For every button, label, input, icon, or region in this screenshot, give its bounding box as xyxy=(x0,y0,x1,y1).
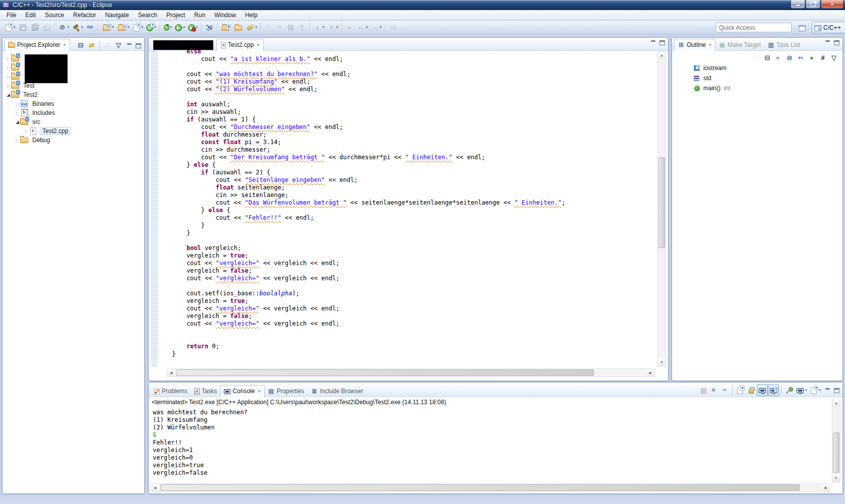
last-edit-location-button[interactable]: ← xyxy=(344,21,355,33)
close-icon[interactable]: × xyxy=(258,389,260,394)
show-stderr-when-changed-button[interactable]: × xyxy=(768,384,779,396)
menu-source[interactable]: Source xyxy=(40,11,69,20)
back-button[interactable]: ←▾ xyxy=(355,21,370,33)
tab-include-browser[interactable]: ≣Include Browser xyxy=(308,386,367,397)
sort-button[interactable]: a↓ xyxy=(773,52,784,64)
dropdown-arrow-icon[interactable]: ▾ xyxy=(81,25,83,29)
remove-all-launches-button[interactable]: ×× xyxy=(719,384,730,396)
outline-item-iostream[interactable]: iostream xyxy=(672,63,842,73)
tree-expand-arrow-icon[interactable]: ▷ xyxy=(24,129,29,134)
tree-expand-arrow-icon[interactable]: ▷ xyxy=(6,75,11,79)
tree-item-debug[interactable]: ▷Debug xyxy=(3,136,144,145)
open-resource-button[interactable] xyxy=(232,21,245,33)
forward-button[interactable]: →▾ xyxy=(369,21,383,33)
dropdown-arrow-icon[interactable]: ▾ xyxy=(196,25,198,29)
build-button[interactable]: ▾ xyxy=(71,21,85,33)
scroll-left-button[interactable]: ◀ xyxy=(151,484,159,491)
menu-help[interactable]: Help xyxy=(240,11,262,20)
editor-minimize-button[interactable] xyxy=(649,39,657,46)
open-console-button[interactable]: +▾ xyxy=(808,384,822,396)
editor-horizontal-scrollbar[interactable]: ◀ ▶ xyxy=(167,368,655,377)
binary-console-button[interactable]: 010 xyxy=(85,21,96,33)
outline-maximize-button[interactable] xyxy=(833,39,840,46)
scroll-right-button[interactable]: ▶ xyxy=(822,484,830,491)
hide-fields-button[interactable]: ⊘ xyxy=(784,52,795,64)
menu-navigate[interactable]: Navigate xyxy=(100,11,133,20)
tree-item-redacted-0[interactable]: ▷ xyxy=(3,54,144,63)
show-stdout-when-changed-button[interactable] xyxy=(757,384,768,396)
mark-occurrences-button[interactable] xyxy=(204,21,215,33)
save-button[interactable] xyxy=(17,21,29,33)
toggle-insert-mode-button[interactable]: ∕ xyxy=(263,21,274,33)
annotation-ruler[interactable] xyxy=(151,51,158,366)
dropdown-arrow-icon[interactable]: ▾ xyxy=(819,388,821,392)
menu-run[interactable]: Run xyxy=(190,11,210,20)
tree-item-test[interactable]: ▷Test xyxy=(3,81,144,90)
scroll-down-button[interactable]: ▼ xyxy=(832,474,840,482)
project-explorer-maximize-button[interactable] xyxy=(135,42,142,49)
cpp-perspective-button[interactable]: C/C++ xyxy=(812,22,845,33)
close-button[interactable]: × xyxy=(821,0,843,9)
tree-item-binaries[interactable]: ▷Binaries xyxy=(3,99,144,108)
outline-item-std[interactable]: std xyxy=(672,73,842,83)
link-with-editor-button[interactable]: ∷ xyxy=(751,52,762,64)
dropdown-arrow-icon[interactable]: ▾ xyxy=(14,25,16,29)
scroll-lock-button[interactable] xyxy=(746,384,757,396)
editor-vertical-scrollbar[interactable]: ▲ ▼ xyxy=(657,51,666,366)
scroll-up-button[interactable]: ▲ xyxy=(832,399,840,407)
code-editor[interactable]: else cout << "a ist kleiner als b." << e… xyxy=(167,48,655,366)
editor-maximize-button[interactable] xyxy=(658,39,666,46)
save-all-button[interactable] xyxy=(29,21,41,33)
new-cpp-project-button[interactable]: c▾ xyxy=(115,21,131,33)
dropdown-arrow-icon[interactable]: ▾ xyxy=(68,25,70,29)
new-source-file-button[interactable]: c▾ xyxy=(131,21,145,33)
show-source-button[interactable]: ▤ xyxy=(285,21,296,33)
scrollbar-thumb[interactable] xyxy=(160,484,800,491)
tree-item-includes[interactable]: ▷Includes xyxy=(3,108,144,117)
next-annotation-button[interactable]: ↓▾ xyxy=(312,21,326,33)
tree-expand-arrow-icon[interactable]: ▷ xyxy=(6,84,11,88)
pin-console-button[interactable] xyxy=(783,384,795,396)
run-button[interactable]: ▾ xyxy=(173,21,187,33)
print-button[interactable] xyxy=(41,21,52,33)
dropdown-arrow-icon[interactable]: ▾ xyxy=(170,25,172,29)
tree-item-test2-cpp[interactable]: ▷Test2.cpp xyxy=(3,127,144,136)
scrollbar-thumb[interactable] xyxy=(833,432,839,473)
console-minimize-button[interactable] xyxy=(824,387,831,394)
tab-console[interactable]: Console× xyxy=(220,385,264,397)
skip-all-breakpoints-button[interactable]: ⊘▾ xyxy=(57,21,71,33)
pin-editor-button[interactable]: ▭ xyxy=(388,21,399,33)
tab-problems[interactable]: Problems xyxy=(151,386,191,397)
link-with-editor-button[interactable]: ⇄ xyxy=(86,39,97,51)
menu-search[interactable]: Search xyxy=(134,11,162,20)
new-wizard-button[interactable]: +▾ xyxy=(3,21,17,33)
menu-project[interactable]: Project xyxy=(162,11,190,20)
minimize-button[interactable] xyxy=(791,0,805,9)
close-icon[interactable]: × xyxy=(709,42,711,47)
debug-button[interactable]: ▾ xyxy=(162,21,174,33)
view-menu-button[interactable]: ▽ xyxy=(113,39,124,51)
scroll-down-button[interactable]: ▼ xyxy=(658,358,666,366)
restore-button[interactable] xyxy=(806,0,820,9)
scroll-right-button[interactable]: ▶ xyxy=(647,369,654,376)
remove-launch-button[interactable]: × xyxy=(708,384,719,396)
scrollbar-thumb[interactable] xyxy=(658,157,665,248)
show-elements-button[interactable]: ≡ xyxy=(274,21,285,33)
dropdown-arrow-icon[interactable]: ▾ xyxy=(112,25,114,29)
dropdown-arrow-icon[interactable]: ▾ xyxy=(336,25,338,29)
scrollbar-thumb[interactable] xyxy=(176,369,594,376)
open-element-button[interactable]: ● xyxy=(219,21,232,33)
dropdown-arrow-icon[interactable]: ▾ xyxy=(183,25,185,29)
menu-refactor[interactable]: Refactor xyxy=(69,11,100,20)
hide-non-public-button[interactable]: ● xyxy=(806,52,817,64)
dropdown-arrow-icon[interactable]: ▾ xyxy=(255,25,257,29)
tree-expand-arrow-icon[interactable]: ▷ xyxy=(15,111,20,115)
outline-item-main-[interactable]: main() : int xyxy=(672,83,842,93)
tab-outline[interactable]: ⊞Outline× xyxy=(674,39,715,51)
dropdown-arrow-icon[interactable]: ▾ xyxy=(128,25,130,29)
tab-task-list[interactable]: ▥Task List xyxy=(764,39,804,50)
dropdown-arrow-icon[interactable]: ▾ xyxy=(366,25,368,29)
outline-minimize-button[interactable] xyxy=(824,39,831,46)
tree-expand-arrow-icon[interactable]: ▷ xyxy=(15,138,20,143)
tree-item-redacted-2[interactable]: ▷ xyxy=(3,72,144,81)
